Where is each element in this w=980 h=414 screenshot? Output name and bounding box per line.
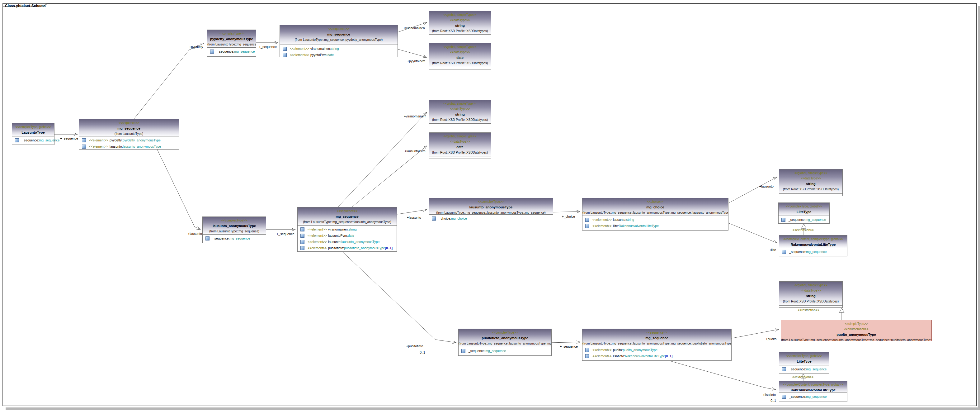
attribute-row[interactable]: _sequence:mg_sequence	[12, 137, 54, 143]
class-string-3[interactable]: <<global, simpleType>><<dataType>>string…	[779, 169, 843, 196]
stereotype-label: <<complexType>>	[429, 199, 553, 204]
attribute-name: viranomainen:	[328, 228, 348, 231]
class-mg-sequence-pyydetty[interactable]: <<sequence>>mg_sequence(from LausuntoTyp…	[280, 25, 398, 57]
class-date-2[interactable]: <<global, simpleType>><<dataType>>date(f…	[429, 132, 491, 159]
attribute-name: _sequence:	[789, 250, 806, 253]
attribute-name: _sequence:	[217, 49, 234, 53]
attribute-row[interactable]: <<element>>lausunto:lausunto_anonymousTy…	[79, 143, 179, 150]
attribute-row[interactable]: <<element>>lisatieto:RakennusvalvontaLii…	[582, 353, 731, 359]
attribute-row[interactable]: _sequence:mg_sequence	[779, 217, 829, 223]
class-string-1[interactable]: <<global, simpleType>><<dataType>>string…	[429, 11, 491, 37]
stereotype-label: <<dataType>>	[779, 176, 842, 181]
attribute-row[interactable]: <<element>>pyyntoPvm:date	[280, 52, 398, 58]
attribute-row[interactable]: <<element>>puoltotieto:puoltotieto_anony…	[298, 245, 397, 251]
class-liitetype-2[interactable]: <<complexType, global>>LiiteType_sequenc…	[779, 352, 829, 374]
class-header: <<sequence>>mg_sequence(from LausuntoTyp…	[298, 207, 397, 225]
edge-line	[552, 342, 580, 343]
attribute-stereotype: <<element>>	[307, 234, 327, 237]
attribute-row[interactable]: <<element>>liite:RakennusvalvontaLiiteTy…	[582, 223, 728, 229]
attribute-compartment: <<element>>viranomainen:string<<element>…	[280, 45, 398, 56]
attribute-icon	[205, 236, 210, 240]
class-from-package: (from Root::XSD Profile::XSDDatatypes)	[429, 61, 491, 66]
attribute-name: puolto:	[613, 348, 623, 352]
class-name: RakennusvalvontaLiiteType	[779, 387, 847, 393]
relationship-stereotype-label: <<extension>>	[792, 228, 814, 232]
class-puoltotieto-anonymoustype[interactable]: <<complexType>>puoltotieto_anonymousType…	[458, 329, 552, 356]
attribute-name: viranomainen:	[310, 47, 331, 51]
edge-role-label: +_sequence	[277, 232, 294, 236]
attribute-type: string	[626, 218, 635, 221]
stereotype-label: <<enumeration>>	[781, 326, 931, 332]
edge-role-label: 0..1	[420, 350, 425, 354]
class-name: pyydetty_anonymousType	[207, 36, 256, 42]
open-arrowhead-icon	[773, 177, 777, 180]
attribute-row[interactable]: <<element>>lausunto:string	[582, 217, 728, 223]
class-mg-choice[interactable]: <<choice>>mg_choice(from LausuntoType::m…	[582, 198, 729, 231]
attribute-type: mg_sequence	[39, 138, 59, 142]
empty-compartment	[429, 123, 491, 126]
class-rakennusvalvontaliitetype-2[interactable]: <<complexContent, complexType, global>>R…	[779, 381, 847, 402]
edge-line	[669, 361, 776, 390]
attribute-row[interactable]: _sequence:mg_sequence	[779, 248, 847, 255]
class-name: string	[779, 293, 842, 299]
attribute-compartment: _sequence:mg_sequence	[207, 47, 256, 56]
class-mg-sequence-main[interactable]: <<sequence>>mg_sequence(from LausuntoTyp…	[79, 119, 179, 150]
attribute-row[interactable]: _sequence:mg_sequence	[779, 366, 829, 372]
attribute-row[interactable]: _choice:mg_choice	[429, 215, 553, 221]
class-name: LiiteType	[779, 358, 829, 364]
attribute-type: mg_sequence	[806, 250, 827, 253]
attribute-stereotype: <<element>>	[307, 240, 327, 244]
attribute-compartment: <<element>>pyydetty:pyydetty_anonymousTy…	[79, 136, 179, 149]
class-string-2[interactable]: <<global, simpleType>><<dataType>>string…	[429, 100, 491, 126]
attribute-icon	[781, 218, 786, 222]
attribute-row[interactable]: <<element>>pyydetty:pyydetty_anonymousTy…	[79, 137, 179, 143]
attribute-row[interactable]: _sequence:mg_sequence	[458, 348, 551, 354]
attribute-row[interactable]: <<element>>lausuntoPvm:date	[298, 232, 397, 239]
attribute-icon	[461, 349, 465, 353]
stereotype-label: <<global, simpleType>>	[429, 12, 491, 18]
stereotype-label: <<dataType>>	[429, 106, 491, 111]
attribute-compartment: _sequence:mg_sequence	[203, 234, 266, 242]
attribute-row[interactable]: _sequence:mg_sequence	[779, 393, 847, 400]
stereotype-label: <<dataType>>	[429, 49, 491, 55]
class-header: <<global, simpleType>><<dataType>>string…	[429, 11, 491, 34]
edge-role-label: +_choice	[562, 215, 575, 218]
class-lausuntotype[interactable]: <<complexType, global>>LausuntoType_sequ…	[12, 123, 54, 145]
attribute-multiplicity: [0..1]	[665, 354, 673, 358]
attribute-stereotype: <<element>>	[290, 47, 309, 51]
attribute-name: lausunto:	[328, 240, 342, 244]
attribute-type: puolto_anonymousType	[623, 348, 657, 352]
attribute-row[interactable]: <<element>>lausunto:lausunto_anonymousTy…	[298, 239, 397, 245]
class-pyydetty-anonymoustype[interactable]: <<complexType>>pyydetty_anonymousType(fr…	[207, 30, 256, 57]
class-rakennusvalvontaliitetype-1[interactable]: <<complexContent, complexType, global>>R…	[779, 235, 847, 256]
attribute-row[interactable]: <<element>>viranomainen:string	[280, 46, 398, 52]
stereotype-label: <<global, simpleType>>	[429, 44, 491, 49]
empty-compartment	[429, 156, 491, 158]
attribute-name: lisatieto:	[613, 354, 625, 358]
edge-role-label: +lausunto	[188, 232, 202, 236]
class-mg-sequence-lausunto[interactable]: <<sequence>>mg_sequence(from LausuntoTyp…	[297, 207, 397, 252]
attribute-row[interactable]: <<element>>viranomainen:string	[298, 226, 397, 232]
attribute-icon	[585, 354, 589, 358]
class-header: <<complexType>>puoltotieto_anonymousType…	[458, 329, 551, 347]
attribute-type: puoltotieto_anonymousType	[344, 246, 385, 250]
attribute-name: pyyntoPvm:	[310, 53, 328, 57]
class-puolto-anonymoustype[interactable]: <<simpleType>><<enumeration>>puolto_anon…	[781, 320, 932, 341]
edge-role-label: +puolto	[766, 337, 777, 341]
class-liitetype-1[interactable]: <<complexType, global>>LiiteType_sequenc…	[778, 202, 830, 224]
stereotype-label: <<complexContent, complexType, global>>	[779, 236, 847, 242]
class-lausunto-anonymoustype-1[interactable]: <<complexType>>lausunto_anonymousType(fr…	[202, 217, 266, 243]
diagram-canvas: Class yhteiset-Schema <<complexType, glo…	[0, 0, 980, 414]
attribute-row[interactable]: _sequence:mg_sequence	[207, 48, 256, 54]
class-string-4[interactable]: <<global, simpleType>><<dataType>>string…	[779, 281, 843, 308]
attribute-row[interactable]: <<element>>puolto:puolto_anonymousType	[582, 347, 731, 353]
generalization-triangle-icon	[801, 224, 806, 228]
attribute-row[interactable]: _sequence:mg_sequence	[203, 235, 266, 241]
class-date-1[interactable]: <<global, simpleType>><<dataType>>date(f…	[429, 43, 491, 70]
edge-role-label: 0..1	[770, 399, 776, 403]
class-header: <<complexContent, complexType, global>>R…	[779, 236, 847, 248]
class-header: <<complexType, global>>LausuntoType	[12, 123, 54, 136]
class-lausunto-anonymoustype-2[interactable]: <<complexType>>lausunto_anonymousType(fr…	[429, 198, 553, 224]
class-mg-sequence-puolto[interactable]: <<sequence>>mg_sequence(from LausuntoTyp…	[582, 329, 732, 361]
stereotype-label: <<sequence>>	[298, 209, 397, 214]
